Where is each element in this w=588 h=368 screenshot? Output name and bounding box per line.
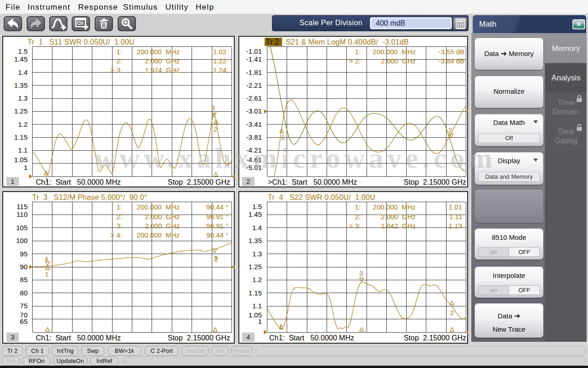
svg-text:Ch: Ch: [77, 21, 83, 26]
